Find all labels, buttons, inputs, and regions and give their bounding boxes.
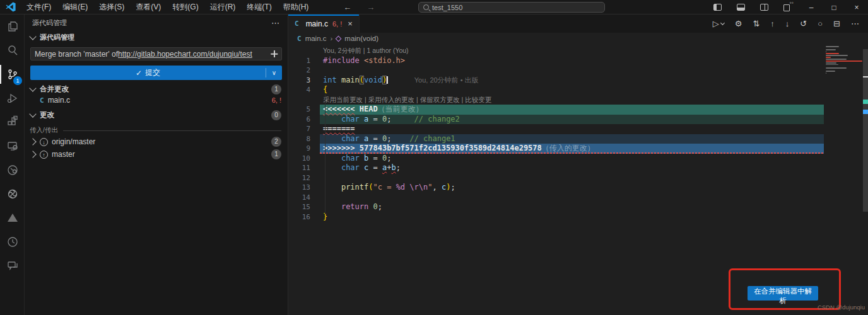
commit-dropdown-icon[interactable]: ∨ [266,66,282,80]
line-number [288,46,320,56]
extensions-icon[interactable] [0,110,25,134]
ruler-cursor-mark [863,76,868,77]
incoming-branch-row[interactable]: ↓ origin/master 2 [25,136,288,147]
sync-changes-icon[interactable]: ⇅ [753,19,760,28]
activity-bar: 1 [0,14,25,315]
code-line-10: 10 char b = 0; [288,154,824,164]
c-file-icon: C [297,35,302,43]
line-number: 5 [288,105,320,115]
line-number: 11 [288,163,320,173]
breadcrumb[interactable]: C main.c › main(void) [288,33,868,44]
toggle-panel-icon[interactable] [737,4,745,11]
chat-icon[interactable] [0,254,25,278]
menu-转到[interactable]: 转到(G) [167,0,204,14]
customize-layout-icon[interactable] [783,4,792,11]
ai-extension-icon[interactable] [0,182,25,206]
conflict-action-link[interactable]: 保留双方更改 [420,96,460,103]
minimize-button[interactable]: – [800,3,823,12]
source-control-sidebar: 源代码管理 ⋯ 源代码管理 Merge branch 'master' of h… [25,14,288,315]
close-button[interactable]: × [845,3,868,12]
source-control-icon[interactable]: 1 [0,62,25,86]
minimap[interactable] [826,46,862,74]
section-label: 源代码管理 [40,33,74,42]
commit-message-input[interactable]: Merge branch 'master' of http://gitlab.h… [30,47,282,60]
minimap-line [826,60,862,62]
line-number: 3 [288,76,320,86]
split-editor-icon[interactable]: ⊟ [833,19,840,28]
code-line-7: 7======= [288,124,824,134]
line-number: 10 [288,154,320,164]
changes-group[interactable]: 更改 0 [25,110,288,120]
more-actions-icon[interactable]: ⋯ [271,18,280,28]
commit-button[interactable]: ✓ 提交 ∨ [30,66,282,80]
minimap-line [826,72,826,74]
breadcrumb-symbol[interactable]: main(void) [344,35,378,42]
previous-change-icon[interactable]: ↑ [770,19,775,28]
toggle-sidebar-icon[interactable] [713,4,722,11]
resolve-in-merge-editor-button[interactable]: 在合并编辑器中解析 [748,286,818,301]
conflict-action-link[interactable]: 比较变更 [465,96,491,103]
overview-ruler[interactable] [863,49,868,212]
search-sidebar-icon[interactable] [0,38,25,62]
minimap-line [826,67,847,69]
run-menu-icon[interactable]: ▷ [713,19,724,28]
minimap-line [826,57,831,58]
menu-编辑[interactable]: 编辑(E) [57,0,93,14]
generate-commit-message-icon[interactable] [271,50,278,57]
minimap-line [826,51,826,52]
source-control-badge: 1 [13,76,22,85]
explorer-icon[interactable] [0,14,25,38]
file-row-main-c[interactable]: C main.c 6, ! [25,94,288,106]
conflict-action-link[interactable]: 采用当前更改 [323,96,363,103]
indent-guide [325,94,326,214]
breadcrumb-file[interactable]: main.c [305,35,327,42]
nav-back-icon[interactable]: ← [336,3,359,12]
line-number: 9 [288,144,320,154]
code-line-1: 1#include <stdio.h> [288,56,824,66]
run-debug-icon[interactable] [0,86,25,110]
chevron-right-icon [29,138,36,145]
code-line-5: 5<<<<<<< HEAD（当前更改） [288,105,824,115]
menu-文件[interactable]: 文件(F) [21,0,57,14]
menu-选择[interactable]: 选择(S) [93,0,130,14]
search-input[interactable]: test_1550 [418,2,605,13]
toggle-secondary-sidebar-icon[interactable] [760,4,768,11]
line-number: 1 [288,56,320,66]
vscode-logo-icon [6,2,16,12]
line-number: 12 [288,173,320,183]
watermark: CSDN @dujunqiu [818,304,865,311]
menu-运行[interactable]: 运行(R) [204,0,242,14]
outgoing-branch-row[interactable]: ↑ master 1 [25,149,288,160]
commit-label: 提交 [145,67,160,78]
menu-查看[interactable]: 查看(V) [130,0,167,14]
close-tab-icon[interactable]: × [348,19,353,28]
tab-main-c[interactable]: C main.c 6, ! × [288,14,360,33]
discard-changes-icon[interactable]: ↺ [800,19,807,28]
tab-problems-badge: 6, ! [332,20,342,28]
tab-bar: C main.c 6, ! × ▷⚙⇅↑↓↺○⊟⋯ [288,14,868,33]
remote-explorer-icon[interactable] [0,134,25,158]
source-control-section[interactable]: 源代码管理 [25,31,288,44]
history-icon[interactable] [0,230,25,254]
next-change-icon[interactable]: ↓ [785,19,790,28]
toggle-inline-view-icon[interactable]: ○ [818,19,823,28]
minimap-line [826,55,848,56]
code-line-12: 12 [288,173,824,183]
commit-message-link: http://gitlab.hopechart.com/dujunqiu/tes… [118,50,252,59]
inline-blame: You, 20分钟前 • 出版 [414,76,479,84]
triangle-extension-icon[interactable] [0,206,25,230]
settings-gear-icon[interactable]: ⚙ [735,19,742,28]
changes-badge: 0 [271,110,281,120]
minimap-line [826,46,839,47]
more-actions-icon[interactable]: ⋯ [851,19,859,28]
conflict-action-link[interactable]: 采用传入的更改 [368,96,415,103]
menu-帮助[interactable]: 帮助(H) [278,0,315,14]
maximize-button[interactable]: □ [823,3,845,12]
git-graph-icon[interactable] [0,158,25,182]
merge-changes-group[interactable]: 合并更改 1 [25,84,288,94]
menu-终端[interactable]: 终端(T) [241,0,277,14]
ruler-incoming-change-mark [863,110,868,114]
c-file-icon: C [295,20,299,28]
line-number: 6 [288,115,320,125]
nav-forward-icon[interactable]: → [359,3,382,12]
